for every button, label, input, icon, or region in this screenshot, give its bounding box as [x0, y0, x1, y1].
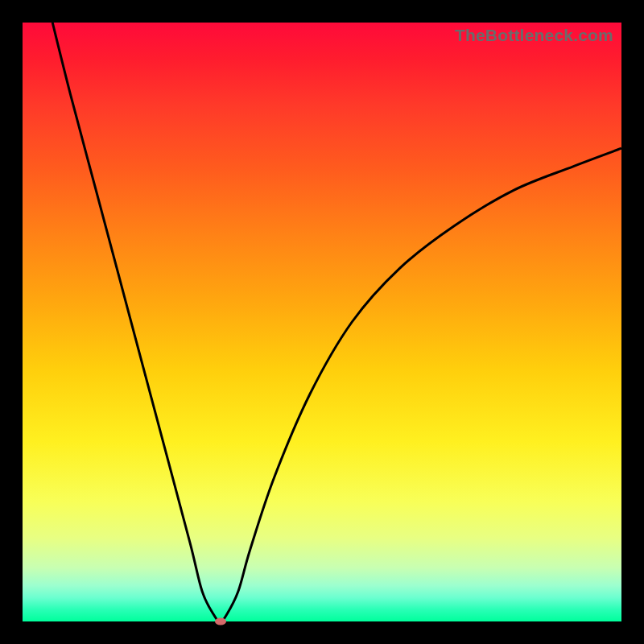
bottleneck-curve: [23, 23, 621, 621]
min-marker: [215, 618, 226, 625]
chart-frame: TheBottleneck.com: [0, 0, 644, 644]
curve-path: [52, 23, 621, 621]
plot-area: TheBottleneck.com: [23, 23, 621, 621]
